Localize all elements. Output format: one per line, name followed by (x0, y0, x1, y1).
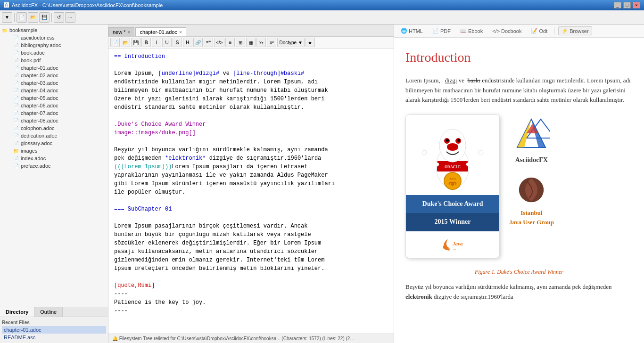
duke-java-logo-area: Java ™ (406, 231, 499, 258)
file-name: bibliography.adoc (21, 42, 61, 48)
underline-button[interactable]: U (162, 38, 172, 47)
tab-label: new * (113, 29, 126, 35)
tree-item[interactable]: 📄 book.adoc (0, 49, 108, 57)
titlebar-left: 🅰 AsciidocFX - C:\Users\usta\Dropbox\Asc… (4, 2, 163, 8)
html-label: HTML (409, 28, 423, 34)
link-button[interactable]: 🔗 (193, 38, 203, 47)
tree-item[interactable]: 📄 book.pdf (0, 57, 108, 64)
file-icon: 📄 (13, 43, 19, 48)
doctype-dropdown[interactable]: Doctype ▼ (277, 38, 304, 47)
ijug-logo-svg (515, 173, 548, 206)
star-button[interactable]: ★ (305, 38, 315, 47)
pdf-preview-button[interactable]: 📄 PDF (429, 27, 454, 35)
tree-item[interactable]: 📄 colophon.adoc (0, 124, 108, 132)
open-file-button[interactable]: 📂 (28, 12, 38, 23)
preview-content: Introduction Lorem Ipsum, dizgi ve baskı… (394, 38, 644, 343)
file-icon: 📄 (13, 58, 19, 63)
italic-button[interactable]: I (152, 38, 161, 47)
odt-icon: 📝 (531, 28, 537, 34)
recent-item[interactable]: README.asc (2, 334, 106, 341)
subscript-button[interactable]: x₂ (256, 38, 266, 47)
save-doc-button[interactable]: 💾 (131, 38, 140, 47)
underline-text: dizgi (445, 77, 457, 84)
quote-button[interactable]: ❝❞ (204, 38, 213, 47)
tree-folder-images[interactable]: 📁 images (0, 147, 108, 155)
tree-item[interactable]: 📄 chapter-07.adoc (0, 109, 108, 117)
odt-label: Odt (539, 28, 547, 34)
tab-close-button[interactable]: × (128, 30, 131, 35)
bold-button[interactable]: B (141, 38, 151, 47)
new-file-button[interactable]: 📄 (17, 12, 27, 23)
tree-item[interactable]: 📄 glossary.adoc (0, 139, 108, 147)
tree-item[interactable]: 📄 chapter-05.adoc (0, 94, 108, 102)
recent-item[interactable]: chapter-01.adoc (2, 326, 106, 334)
tree-item[interactable]: 📄 dedication.adoc (0, 132, 108, 139)
file-icon: 📄 (13, 65, 19, 71)
tree-item[interactable]: 📄 chapter-03.adoc (0, 79, 108, 87)
toolbar-dropdown[interactable]: ▼ (2, 12, 12, 23)
file-name: chapter-08.adoc (21, 118, 58, 123)
ebook-preview-button[interactable]: 📖 Ebook (457, 27, 486, 35)
tree-item[interactable]: 📄 chapter-06.adoc (0, 102, 108, 109)
heading-button[interactable]: H (183, 38, 192, 47)
close-button[interactable]: × (633, 2, 640, 8)
file-icon: 📄 (13, 111, 19, 116)
svg-point-6 (446, 139, 449, 142)
outline-tab[interactable]: Outline (34, 307, 63, 317)
file-name: dedication.adoc (21, 133, 57, 139)
minimize-button[interactable]: _ (614, 2, 621, 8)
main-toolbar: ▼ 📄 📂 💾 ↺ ··· (0, 10, 644, 24)
save-button[interactable]: 💾 (39, 12, 50, 23)
editor-content[interactable]: == Introduction Lorem Ipsum, [underline]… (108, 49, 394, 334)
tab-close-button[interactable]: × (179, 30, 182, 35)
tree-tabs: Directory Outline (0, 307, 108, 317)
preview-sep (554, 27, 554, 35)
tree-item[interactable]: 📄 bibliography.adoc (0, 41, 108, 49)
more-button[interactable]: ··· (65, 12, 75, 23)
refresh-button[interactable]: ↺ (54, 12, 64, 23)
file-icon: 📄 (13, 50, 19, 56)
root-folder-label: booksample (9, 27, 37, 33)
list-button[interactable]: ≡ (225, 38, 235, 47)
tree-item[interactable]: 📄 chapter-02.adoc (0, 72, 108, 79)
ijug-title: IstanbulJava User Group (509, 208, 554, 228)
tree-item[interactable]: 📄 index.adoc (0, 155, 108, 162)
file-name: chapter-03.adoc (21, 80, 58, 86)
table-button[interactable]: ⊞ (236, 38, 245, 47)
titlebar-title: AsciidocFX - C:\Users\usta\Dropbox\Ascii… (12, 2, 163, 8)
file-icon: 📄 (13, 96, 19, 101)
strikethrough-button[interactable]: S (173, 38, 182, 47)
new-doc-button[interactable]: 📄 (110, 38, 120, 47)
duke-banner: Duke's Choice Award (406, 195, 499, 213)
app-icon: 🅰 (4, 2, 9, 8)
award-section: ORACLE (405, 114, 633, 258)
file-name: chapter-01.adoc (21, 65, 58, 71)
docbook-preview-button[interactable]: </> Docbook (489, 27, 524, 35)
odt-preview-button[interactable]: 📝 Odt (528, 27, 550, 35)
lightning-icon: ⚡ (561, 28, 568, 34)
tree-item[interactable]: 📄 preface.adoc (0, 162, 108, 170)
maximize-button[interactable]: □ (623, 2, 631, 8)
code-button[interactable]: </> (214, 38, 224, 47)
svg-point-9 (422, 150, 427, 155)
pdf-label: PDF (440, 28, 451, 34)
editor-tab-chapter01[interactable]: chapter-01.adoc × (135, 27, 186, 36)
tree-item[interactable]: 📄 asciidoctor.css (0, 34, 108, 41)
ebook-label: Ebook (468, 28, 483, 34)
tree-root-folder[interactable]: 📁 booksample (0, 26, 108, 34)
svg-point-11 (444, 172, 461, 189)
html-preview-button[interactable]: 🌐 HTML (398, 27, 426, 35)
tree-item[interactable]: 📄 chapter-04.adoc (0, 87, 108, 94)
editor-tab-new[interactable]: new * × (108, 27, 134, 36)
open-doc-button[interactable]: 📂 (121, 38, 130, 47)
titlebar-controls[interactable]: _ □ × (614, 2, 640, 8)
file-name: chapter-06.adoc (21, 103, 58, 108)
superscript-button[interactable]: x² (267, 38, 276, 47)
tree-item[interactable]: 📄 chapter-01.adoc (0, 64, 108, 72)
browser-preview-button[interactable]: ⚡ Browser (558, 26, 592, 35)
image-button[interactable]: ▦ (246, 38, 256, 47)
tree-item[interactable]: 📄 chapter-08.adoc (0, 117, 108, 124)
java-logo-svg: Java ™ (434, 235, 471, 254)
pdf-icon: 📄 (432, 28, 439, 34)
directory-tab[interactable]: Directory (0, 307, 34, 317)
